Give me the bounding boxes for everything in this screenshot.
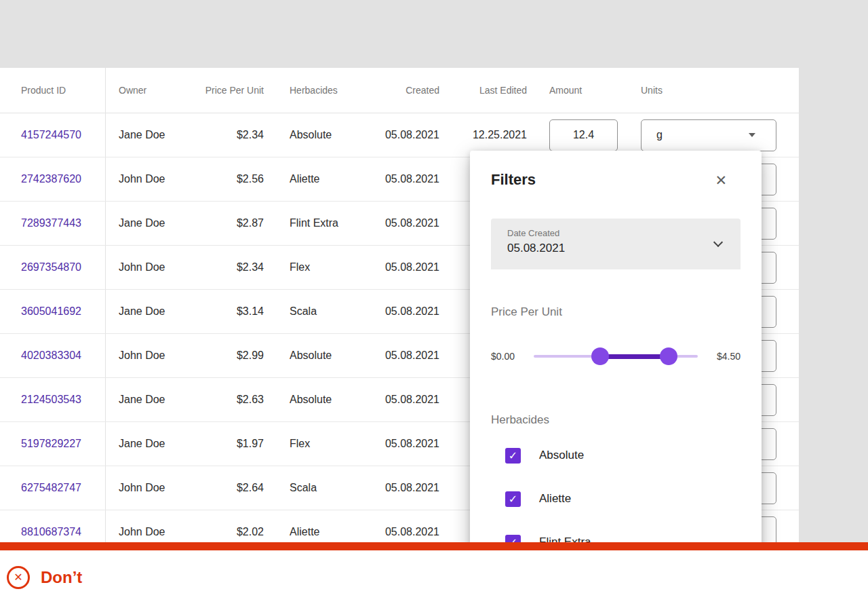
checkbox-label: Absolute — [539, 449, 584, 462]
product-id-link[interactable]: 5197829227 — [21, 438, 81, 450]
product-id-link[interactable]: 8810687374 — [21, 526, 81, 538]
owner-cell: Jane Doe — [106, 113, 183, 157]
product-id-link[interactable]: 3605041692 — [21, 305, 81, 318]
price-cell: $2.63 — [183, 378, 268, 421]
price-cell: $3.14 — [183, 290, 268, 333]
herbacide-cell: Flex — [268, 246, 359, 289]
owner-cell: Jane Doe — [106, 378, 183, 421]
price-range-slider: $0.00 $4.50 — [470, 347, 762, 366]
product-id-link[interactable]: 4157244570 — [21, 129, 81, 141]
units-select-value: g — [656, 129, 663, 141]
column-header-owner: Owner — [106, 68, 183, 113]
dont-cross-circle-icon: ✕ — [7, 566, 30, 589]
owner-cell: Jane Doe — [106, 290, 183, 333]
slider-track[interactable] — [534, 347, 698, 366]
price-per-unit-label: Price Per Unit — [491, 305, 741, 319]
filters-header: Filters ✕ — [491, 168, 741, 191]
column-header-product-id: Product ID — [0, 68, 106, 113]
date-created-value: 05.08.2021 — [507, 242, 724, 255]
checkbox-checked-icon[interactable]: ✓ — [505, 535, 521, 543]
price-cell: $2.56 — [183, 157, 268, 201]
created-cell: 05.08.2021 — [359, 113, 439, 157]
checkbox-checked-icon[interactable]: ✓ — [505, 448, 521, 464]
slider-handle-max[interactable] — [660, 347, 677, 365]
herbacide-option[interactable]: ✓ Flint Extra — [470, 521, 762, 542]
created-cell: 05.08.2021 — [359, 378, 439, 421]
product-id-link[interactable]: 4020383304 — [21, 350, 81, 362]
price-cell: $1.97 — [183, 422, 268, 466]
herbacide-cell: Absolute — [268, 113, 359, 157]
owner-cell: John Doe — [106, 334, 183, 377]
product-id-link[interactable]: 2697354870 — [21, 261, 81, 273]
herbacide-option[interactable]: ✓ Aliette — [470, 477, 762, 521]
created-cell: 05.08.2021 — [359, 246, 439, 289]
owner-cell: Jane Doe — [106, 202, 183, 245]
herbacide-options: ✓ Absolute ✓ Aliette ✓ Flint Extra — [470, 434, 762, 542]
checkbox-checked-icon[interactable]: ✓ — [505, 491, 521, 507]
created-cell: 05.08.2021 — [359, 334, 439, 377]
created-cell: 05.08.2021 — [359, 157, 439, 201]
owner-cell: John Doe — [106, 246, 183, 289]
date-created-label: Date Created — [507, 228, 724, 238]
created-cell: 05.08.2021 — [359, 466, 439, 510]
filters-title: Filters — [491, 171, 536, 189]
herbacide-cell: Aliette — [268, 510, 359, 542]
herbacide-option[interactable]: ✓ Absolute — [470, 434, 762, 477]
price-cell: $2.34 — [183, 113, 268, 157]
price-cell: $2.64 — [183, 466, 268, 510]
owner-cell: Jane Doe — [106, 422, 183, 466]
canvas-background: Product ID Owner Price Per Unit Herbacid… — [0, 0, 868, 542]
screenshot-stage: Product ID Owner Price Per Unit Herbacid… — [0, 0, 868, 604]
column-header-amount: Amount — [527, 68, 631, 113]
slider-min-label: $0.00 — [491, 351, 515, 362]
column-header-herbacides: Herbacides — [268, 68, 359, 113]
table-header: Product ID Owner Price Per Unit Herbacid… — [0, 68, 799, 113]
column-header-price-per-unit: Price Per Unit — [183, 68, 268, 113]
product-id-link[interactable]: 7289377443 — [21, 217, 81, 229]
amount-input-value: 12.4 — [573, 129, 594, 141]
slider-max-label: $4.50 — [717, 351, 741, 362]
column-header-units: Units — [631, 68, 799, 113]
checkbox-label: Flint Extra — [539, 535, 591, 542]
column-header-last-edited: Last Edited — [439, 68, 527, 113]
units-select[interactable]: g — [641, 119, 776, 151]
created-cell: 05.08.2021 — [359, 510, 439, 542]
column-header-created: Created — [359, 68, 439, 113]
product-id-link[interactable]: 2124503543 — [21, 394, 81, 406]
amount-input[interactable]: 12.4 — [549, 119, 618, 151]
checkbox-check-icon: ✓ — [509, 493, 517, 506]
slider-track-fill — [600, 354, 669, 359]
checkbox-check-icon: ✓ — [509, 449, 517, 462]
price-cell: $2.99 — [183, 334, 268, 377]
created-cell: 05.08.2021 — [359, 422, 439, 466]
price-cell: $2.02 — [183, 510, 268, 542]
dont-divider-bar — [0, 542, 868, 550]
checkbox-check-icon: ✓ — [509, 536, 517, 543]
close-icon[interactable]: ✕ — [715, 173, 727, 187]
herbacide-cell: Flint Extra — [268, 202, 359, 245]
herbacide-cell: Scala — [268, 290, 359, 333]
price-cell: $2.87 — [183, 202, 268, 245]
herbacide-cell: Aliette — [268, 157, 359, 201]
owner-cell: John Doe — [106, 510, 183, 542]
herbacide-cell: Absolute — [268, 334, 359, 377]
owner-cell: John Doe — [106, 466, 183, 510]
filters-panel: Filters ✕ Date Created 05.08.2021 Price … — [470, 151, 762, 542]
product-id-link[interactable]: 2742387620 — [21, 173, 81, 185]
price-cell: $2.34 — [183, 246, 268, 289]
herbacide-cell: Scala — [268, 466, 359, 510]
product-id-link[interactable]: 6275482747 — [21, 482, 81, 494]
created-cell: 05.08.2021 — [359, 202, 439, 245]
created-cell: 05.08.2021 — [359, 290, 439, 333]
dont-label: Don’t — [41, 568, 82, 587]
herbacides-label: Herbacides — [491, 413, 741, 427]
date-created-field[interactable]: Date Created 05.08.2021 — [491, 219, 741, 269]
slider-handle-min[interactable] — [591, 347, 609, 365]
dont-annotation: ✕ Don’t — [0, 550, 868, 604]
owner-cell: John Doe — [106, 157, 183, 201]
chevron-down-icon — [749, 133, 755, 137]
herbacide-cell: Flex — [268, 422, 359, 466]
herbacide-cell: Absolute — [268, 378, 359, 421]
checkbox-label: Aliette — [539, 492, 571, 506]
